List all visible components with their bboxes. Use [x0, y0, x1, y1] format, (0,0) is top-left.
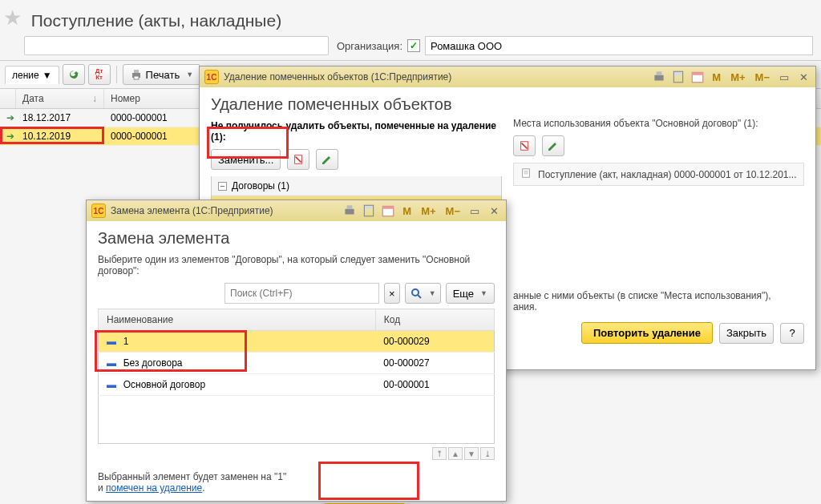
dialog-instruction: Выберите один из элементов "Договоры", н…	[98, 254, 495, 276]
col-name[interactable]: Наименование	[99, 309, 376, 331]
1c-logo-icon: 1C	[91, 204, 106, 218]
calendar-icon[interactable]	[381, 204, 395, 218]
calendar-icon[interactable]	[690, 70, 705, 84]
usage-label: Места использования объекта "Основной до…	[513, 118, 804, 129]
print-icon[interactable]	[652, 70, 666, 84]
organization-input[interactable]: Ромашка ООО	[425, 36, 813, 55]
edit-usage-button[interactable]	[542, 135, 564, 156]
col-code[interactable]: Код	[375, 309, 494, 331]
m-plus-button[interactable]: M+	[728, 71, 747, 83]
sort-down-icon: ↓	[92, 93, 97, 104]
repeat-delete-button[interactable]: Повторить удаление	[581, 322, 713, 344]
help-button[interactable]: ?	[780, 323, 804, 344]
dialog-title: Удаление помеченных объектов	[211, 95, 502, 114]
delete-icon	[518, 139, 531, 152]
svg-rect-1	[134, 70, 139, 73]
chevron-down-icon: ▼	[480, 289, 487, 297]
col-date[interactable]: Дата ↓	[16, 89, 104, 108]
chevron-down-icon: ▼	[429, 289, 436, 297]
delete-button[interactable]	[287, 149, 309, 170]
mark-for-deletion-link[interactable]: помечен на удаление	[106, 482, 202, 494]
delete-right-panel: Места использования объекта "Основной до…	[513, 95, 804, 344]
chevron-down-icon: ▼	[42, 70, 52, 81]
collapse-icon[interactable]: −	[218, 182, 227, 191]
toolbar-tab[interactable]: ление ▼	[5, 66, 59, 84]
filter-row: Организация: ✓ Ромашка ООО	[0, 31, 821, 60]
window-title: Удаление помеченных объектов (1С:Предпри…	[224, 71, 451, 83]
dtkt-button[interactable]: ДтКт	[88, 64, 111, 85]
svg-rect-6	[675, 72, 682, 75]
document-icon	[520, 167, 532, 181]
calculator-icon[interactable]	[362, 204, 376, 218]
nav-down-icon[interactable]: ▼	[464, 447, 479, 460]
search-icon	[410, 287, 423, 300]
delete-usage-button[interactable]	[513, 135, 536, 156]
replace-element-window: 1C Замена элемента (1С:Предприятие) M M+…	[86, 200, 507, 502]
m-plus-button[interactable]: M+	[419, 205, 438, 217]
refresh-icon	[67, 68, 80, 81]
posted-icon: ➔	[6, 112, 14, 123]
window-title: Замена элемента (1С:Предприятие)	[111, 205, 273, 216]
organization-label: Организация:	[337, 40, 402, 52]
m-minus-button[interactable]: M−	[753, 71, 772, 83]
svg-rect-20	[346, 209, 354, 215]
print-icon[interactable]	[342, 204, 357, 218]
close-button[interactable]: Закрыть	[719, 323, 774, 344]
nav-first-icon[interactable]: ⤒	[432, 447, 447, 460]
tree-group[interactable]: − Договоры (1)	[212, 176, 501, 196]
hint-text-2: ания.	[513, 301, 804, 312]
page-header: ★ Поступление (акты, накладные)	[0, 0, 821, 31]
dtkt-icon: ДтКт	[93, 68, 106, 81]
pencil-icon	[321, 153, 334, 166]
item-icon: ▬	[107, 379, 118, 390]
item-icon: ▬	[107, 357, 118, 369]
close-icon[interactable]: ✕	[796, 70, 811, 84]
edit-button[interactable]	[316, 149, 338, 170]
organization-checkbox[interactable]: ✓	[407, 39, 420, 52]
nav-up-icon[interactable]: ▲	[448, 447, 463, 460]
svg-rect-3	[655, 75, 664, 81]
print-button[interactable]: Печать ▼	[123, 64, 201, 85]
svg-rect-2	[134, 76, 139, 79]
favorite-star-icon[interactable]: ★	[3, 6, 22, 30]
dialog-title: Замена элемента	[98, 229, 495, 248]
m-button[interactable]: M	[400, 205, 414, 217]
col-number[interactable]: Номер	[104, 89, 200, 108]
posted-icon: ➔	[6, 131, 14, 142]
replace-button[interactable]: Заменить...	[211, 149, 281, 170]
filter-dropdown[interactable]	[24, 36, 329, 55]
svg-rect-8	[693, 72, 704, 75]
more-button[interactable]: Еще ▼	[446, 283, 495, 304]
nav-last-icon[interactable]: ⤓	[480, 447, 495, 460]
close-icon[interactable]: ✕	[487, 204, 501, 218]
m-button[interactable]: M	[710, 71, 723, 83]
table-row[interactable]: ▬ Основной договор 00-000001	[99, 374, 495, 396]
1c-logo-icon: 1C	[204, 70, 219, 84]
divider	[116, 66, 117, 83]
search-button[interactable]: ▼	[405, 283, 441, 304]
usage-item[interactable]: Поступление (акт, накладная) 0000-000001…	[513, 163, 804, 186]
refresh-button[interactable]	[63, 64, 85, 85]
minimize-icon[interactable]: ▭	[467, 204, 482, 218]
svg-rect-21	[347, 205, 353, 209]
calculator-icon[interactable]	[671, 70, 686, 84]
clear-search-button[interactable]: ×	[384, 283, 400, 304]
search-input[interactable]	[224, 283, 379, 304]
nav-buttons: ⤒ ▲ ▼ ⤓	[98, 447, 495, 460]
dialog-subtitle: Не получилось удалить объекты, помеченны…	[211, 120, 502, 143]
m-minus-button[interactable]: M−	[443, 205, 463, 217]
window-titlebar[interactable]: 1C Замена элемента (1С:Предприятие) M M+…	[87, 200, 506, 221]
replace-hint: Выбранный элемент будет заменен на "1" и…	[98, 471, 495, 494]
delete-icon	[292, 153, 305, 166]
hint-text-1: анные с ними объекты (в списке "Места ис…	[513, 290, 804, 301]
svg-point-26	[412, 289, 419, 296]
svg-rect-25	[383, 206, 394, 208]
window-titlebar[interactable]: 1C Удаление помеченных объектов (1С:Пред…	[200, 67, 815, 87]
elements-table: Наименование Код ▬ 1 00-000029 ▬ Без дог…	[98, 308, 495, 444]
svg-line-27	[418, 295, 421, 298]
svg-rect-16	[523, 169, 530, 178]
table-row[interactable]: ▬ 1 00-000029	[99, 331, 495, 353]
minimize-icon[interactable]: ▭	[777, 70, 791, 84]
table-row[interactable]: ▬ Без договора 00-000027	[99, 353, 495, 374]
pencil-icon	[547, 139, 560, 152]
